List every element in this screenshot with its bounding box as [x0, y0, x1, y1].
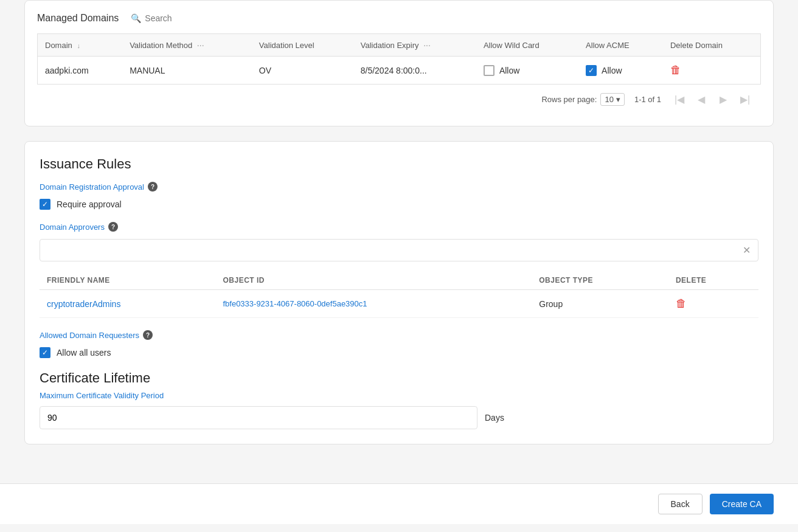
approvers-input-wrapper: ✕ [40, 239, 758, 261]
col-delete: DELETE [668, 271, 758, 290]
allow-all-users-row: Allow all users [40, 347, 758, 358]
validity-input[interactable] [40, 406, 477, 429]
table-row: aadpki.com MANUAL OV 8/5/2024 8:00:0... … [38, 57, 761, 85]
days-label: Days [485, 413, 504, 423]
domain-approvers-help-icon[interactable]: ? [108, 222, 118, 232]
cell-validation-expiry: 8/5/2024 8:00:0... [353, 57, 476, 85]
rows-per-page-select[interactable]: 10 ▾ [600, 93, 624, 106]
require-approval-label: Require approval [57, 199, 122, 209]
col-allow-acme: Allow ACME [578, 34, 663, 57]
cell-delete: 🗑 [663, 57, 761, 85]
max-validity-label: Maximum Certificate Validity Period [40, 391, 758, 400]
col-object-type: OBJECT TYPE [532, 271, 668, 290]
col-object-id: OBJECT ID [215, 271, 532, 290]
search-wrapper: 🔍 [131, 13, 266, 23]
cell-approver-delete: 🗑 [668, 290, 758, 318]
cell-object-type: Group [532, 290, 668, 318]
sort-icon[interactable]: ↓ [77, 42, 80, 49]
col-validation-expiry: Validation Expiry ··· [353, 34, 476, 57]
rows-per-page-label: Rows per page: [541, 95, 597, 104]
cell-domain: aadpki.com [38, 57, 123, 85]
cell-object-id: fbfe0333-9231-4067-8060-0def5ae390c1 [215, 290, 532, 318]
certificate-lifetime-section: Certificate Lifetime Maximum Certificate… [40, 370, 758, 429]
expiry-more-icon: ··· [423, 40, 431, 50]
pagination-row: Rows per page: 10 ▾ 1-1 of 1 |◀ ◀ ▶ ▶| [37, 85, 761, 114]
more-icon: ··· [197, 40, 204, 50]
require-approval-row: Require approval [40, 199, 758, 210]
prev-page-button[interactable]: ◀ [693, 91, 710, 108]
cell-validation-level: OV [252, 57, 353, 85]
approvers-input[interactable] [47, 246, 743, 255]
col-validation-level: Validation Level [252, 34, 353, 57]
allow-wild-card-checkbox[interactable] [484, 65, 494, 76]
cell-friendly-name: cryptotraderAdmins [40, 290, 215, 318]
approvers-table: FRIENDLY NAME OBJECT ID OBJECT TYPE DELE… [40, 271, 758, 318]
domains-table: Domain ↓ Validation Method ··· Validatio… [37, 33, 761, 85]
approvers-clear-icon[interactable]: ✕ [743, 244, 751, 256]
allowed-requesters-help-icon[interactable]: ? [143, 330, 153, 340]
rows-per-page-value: 10 [605, 95, 613, 104]
rows-select-chevron: ▾ [616, 95, 620, 104]
col-allow-wild-card: Allow Wild Card [476, 34, 578, 57]
managed-domains-title: Managed Domains [37, 13, 119, 24]
delete-domain-icon[interactable]: 🗑 [670, 64, 681, 76]
first-page-button[interactable]: |◀ [671, 91, 688, 108]
issuance-rules-title: Issuance Rules [40, 156, 758, 172]
domain-registration-help-icon[interactable]: ? [148, 182, 158, 192]
cell-allow-acme: Allow [578, 57, 663, 85]
search-input[interactable] [145, 13, 266, 23]
domain-registration-label: Domain Registration Approval ? [40, 182, 758, 192]
col-domain: Domain ↓ [38, 34, 123, 57]
rows-per-page: Rows per page: 10 ▾ [541, 93, 625, 106]
allow-acme-label: Allow [602, 66, 622, 75]
cell-validation-method: MANUAL [122, 57, 252, 85]
create-ca-button[interactable]: Create CA [710, 494, 774, 514]
cert-lifetime-title: Certificate Lifetime [40, 370, 758, 386]
require-approval-checkbox[interactable] [40, 199, 50, 210]
col-delete-domain: Delete Domain [663, 34, 761, 57]
allow-wild-card-label: Allow [499, 66, 519, 75]
page-info: 1-1 of 1 [634, 95, 661, 104]
last-page-button[interactable]: ▶| [737, 91, 754, 108]
cell-allow-wild-card: Allow [476, 57, 578, 85]
col-validation-method: Validation Method ··· [122, 34, 252, 57]
search-icon: 🔍 [131, 13, 141, 23]
domain-approvers-label: Domain Approvers ? [40, 222, 758, 232]
allow-all-users-label: Allow all users [57, 348, 111, 358]
validity-input-row: Days [40, 406, 758, 429]
approver-row: cryptotraderAdmins fbfe0333-9231-4067-80… [40, 290, 758, 318]
back-button[interactable]: Back [658, 494, 703, 514]
next-page-button[interactable]: ▶ [715, 91, 732, 108]
delete-approver-icon[interactable]: 🗑 [676, 297, 687, 309]
allowed-domain-requesters-label: Allowed Domain Requesters ? [40, 330, 758, 340]
col-friendly-name: FRIENDLY NAME [40, 271, 215, 290]
allow-all-users-checkbox[interactable] [40, 347, 50, 358]
allow-acme-checkbox[interactable] [586, 65, 597, 76]
footer-buttons: Back Create CA [0, 483, 798, 524]
